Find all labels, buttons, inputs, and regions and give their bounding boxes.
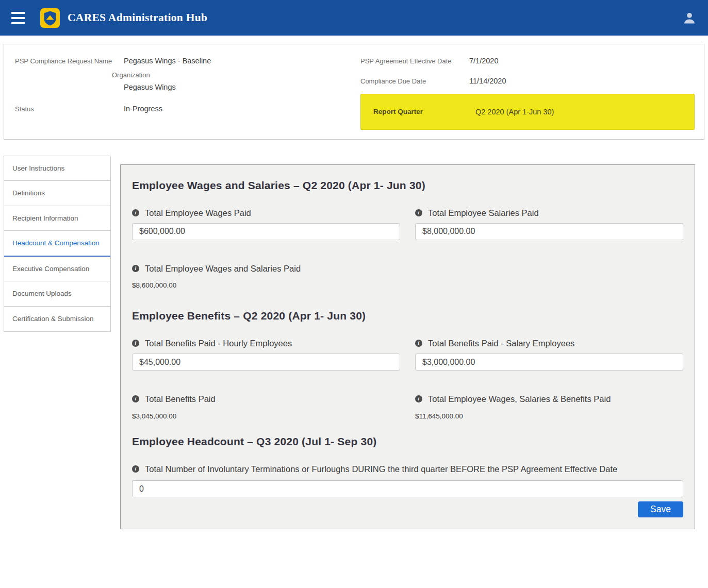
topbar: CARES Administration Hub [0, 0, 708, 36]
due-date-label: Compliance Due Date [360, 76, 469, 87]
salaries-paid-field: i Total Employee Salaries Paid [415, 207, 683, 240]
summary-left-column: PSP Compliance Request Name Pegasus Wing… [15, 56, 360, 130]
salary-benefits-field: i Total Benefits Paid - Salary Employees [415, 338, 683, 371]
request-name-value: Pegasus Wings - Baseline [124, 56, 211, 66]
compliance-summary-panel: PSP Compliance Request Name Pegasus Wing… [4, 44, 704, 140]
sidebar-item-certification-submission[interactable]: Certification & Submission [4, 307, 110, 332]
app-logo-icon [40, 8, 60, 28]
section-title-wages-salaries: Employee Wages and Salaries – Q2 2020 (A… [132, 179, 683, 192]
sidebar-item-executive-compensation[interactable]: Executive Compensation [4, 257, 110, 282]
content-area: User Instructions Definitions Recipient … [4, 156, 695, 529]
save-button[interactable]: Save [638, 501, 683, 517]
app-title: CARES Administration Hub [68, 11, 207, 24]
info-icon[interactable]: i [132, 209, 139, 216]
request-name-label: PSP Compliance Request Name [15, 56, 124, 66]
salaries-paid-label: Total Employee Salaries Paid [428, 207, 539, 219]
info-icon[interactable]: i [132, 340, 139, 347]
organization-label: Organization [112, 70, 360, 80]
hamburger-menu-icon[interactable] [11, 12, 27, 24]
sidebar-item-user-instructions[interactable]: User Instructions [4, 156, 110, 181]
wages-paid-input[interactable] [132, 223, 400, 240]
total-benefits-value: $3,045,000.00 [132, 412, 400, 420]
report-quarter-label: Report Quarter [373, 108, 475, 115]
total-compensation-field: i Total Employee Wages, Salaries & Benef… [415, 393, 683, 419]
status-value: In-Progress [124, 104, 162, 114]
summary-right-column: PSP Agreement Effective Date 7/1/2020 Co… [360, 56, 704, 130]
total-compensation-value: $11,645,000.00 [415, 412, 683, 420]
headcount-compensation-form: Employee Wages and Salaries – Q2 2020 (A… [120, 164, 695, 529]
sidebar-nav: User Instructions Definitions Recipient … [4, 156, 111, 332]
total-benefits-label: Total Benefits Paid [145, 393, 216, 405]
sidebar-item-recipient-information[interactable]: Recipient Information [4, 206, 110, 231]
total-compensation-label: Total Employee Wages, Salaries & Benefit… [428, 393, 611, 405]
wages-paid-label: Total Employee Wages Paid [145, 207, 251, 219]
effective-date-label: PSP Agreement Effective Date [360, 56, 469, 66]
effective-date-value: 7/1/2020 [469, 56, 498, 66]
organization-value: Pegasus Wings [124, 82, 360, 92]
total-wages-salaries-label: Total Employee Wages and Salaries Paid [145, 263, 301, 274]
hourly-benefits-field: i Total Benefits Paid - Hourly Employees [132, 338, 400, 371]
info-icon[interactable]: i [415, 209, 422, 216]
terminations-input[interactable] [132, 480, 683, 497]
info-icon[interactable]: i [132, 465, 139, 473]
sidebar-item-document-uploads[interactable]: Document Uploads [4, 281, 110, 307]
report-quarter-value: Q2 2020 (Apr 1-Jun 30) [475, 108, 554, 116]
wages-paid-field: i Total Employee Wages Paid [132, 207, 400, 240]
info-icon[interactable]: i [132, 265, 139, 272]
section-title-benefits: Employee Benefits – Q2 2020 (Apr 1- Jun … [132, 310, 683, 322]
total-benefits-field: i Total Benefits Paid $3,045,000.00 [132, 393, 400, 419]
total-wages-salaries-field: i Total Employee Wages and Salaries Paid… [132, 263, 683, 289]
info-icon[interactable]: i [132, 395, 139, 402]
user-avatar-icon[interactable] [682, 11, 697, 25]
salary-benefits-input[interactable] [415, 354, 683, 371]
salary-benefits-label: Total Benefits Paid - Salary Employees [428, 338, 574, 349]
due-date-value: 11/14/2020 [469, 76, 506, 86]
salaries-paid-input[interactable] [415, 223, 683, 240]
status-label: Status [15, 104, 124, 114]
total-wages-salaries-value: $8,600,000.00 [132, 281, 683, 289]
sidebar-item-headcount-compensation[interactable]: Headcount & Compensation [4, 231, 110, 257]
hourly-benefits-input[interactable] [132, 354, 400, 371]
info-icon[interactable]: i [415, 340, 422, 347]
terminations-label: Total Number of Involuntary Terminations… [145, 463, 617, 475]
section-title-headcount: Employee Headcount – Q3 2020 (Jul 1- Sep… [132, 435, 683, 448]
sidebar-item-definitions[interactable]: Definitions [4, 181, 110, 206]
report-quarter-highlight: Report Quarter Q2 2020 (Apr 1-Jun 30) [360, 94, 695, 130]
info-icon[interactable]: i [415, 395, 422, 402]
terminations-field: i Total Number of Involuntary Terminatio… [132, 463, 683, 497]
hourly-benefits-label: Total Benefits Paid - Hourly Employees [145, 338, 292, 349]
